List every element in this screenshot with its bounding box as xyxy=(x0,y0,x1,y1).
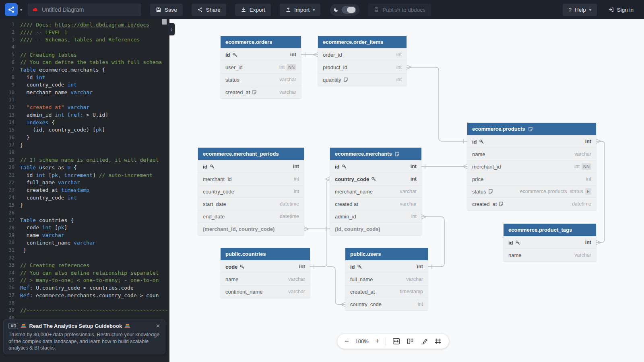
code-line[interactable]: 34// You can also define relaionship sep… xyxy=(0,269,169,277)
table-row-createdat[interactable]: created atvarchar xyxy=(330,197,421,210)
code-line[interactable]: 17} xyxy=(0,141,169,149)
table-card-public-users[interactable]: public.usersidintfull_namevarcharcreated… xyxy=(345,248,428,310)
relationship-products.id-product_tags.id[interactable] xyxy=(596,141,605,243)
code-line[interactable]: 12 "created at" varchar xyxy=(0,104,169,111)
code-line[interactable]: 24 country_code int xyxy=(0,194,169,202)
code-line[interactable]: 36Ref: U.country_code > countries.code xyxy=(0,284,169,292)
fit-to-screen-button[interactable] xyxy=(392,338,400,345)
collapse-editor-button[interactable]: ‹ xyxy=(168,23,175,35)
code-line[interactable]: 6// You can define the tables with full … xyxy=(0,58,169,66)
table-header[interactable]: ecommerce.merchants xyxy=(330,148,421,160)
table-header[interactable]: ecommerce.products xyxy=(467,123,596,135)
table-header[interactable]: ecommerce.product_tags xyxy=(504,224,596,236)
table-card-ecommerce-orders[interactable]: ecommerce.ordersidintuser_idintNNstatusv… xyxy=(221,36,301,98)
code-line[interactable]: 5// Creating tables xyxy=(0,51,169,59)
code-line[interactable]: 38 xyxy=(0,299,169,306)
code-line[interactable]: 9 country_code int xyxy=(0,81,169,89)
table-card-ecommerce-order_items[interactable]: ecommerce.order_itemsorder_idintproduct_… xyxy=(318,36,407,86)
code-line[interactable]: 30 continent_name varchar xyxy=(0,239,169,247)
table-row-name[interactable]: namevarchar xyxy=(221,273,310,285)
table-row-id[interactable]: idint xyxy=(345,260,428,273)
dbml-code-editor[interactable]: 1//// Docs: https://dbml.dbdiagram.io/do… xyxy=(0,19,169,362)
table-row-merchant_id[interactable]: merchant_idint xyxy=(198,173,304,185)
code-line[interactable]: 2//// -- LEVEL 1 xyxy=(0,29,169,36)
code-line[interactable]: 27Table countries { xyxy=(0,216,169,224)
table-row-name[interactable]: namevarchar xyxy=(504,249,596,261)
dark-mode-toggle[interactable] xyxy=(330,4,359,16)
table-row-price[interactable]: priceint xyxy=(467,173,596,185)
code-line[interactable]: 35// > many-to-one; < one-to-many; - one… xyxy=(0,276,169,284)
relationship-countries.code-merchants.country_code[interactable] xyxy=(310,179,330,267)
code-line[interactable]: 22 full_name varchar xyxy=(0,179,169,186)
code-line[interactable]: 39//------------------------------------… xyxy=(0,306,169,314)
table-row-order_id[interactable]: order_idint xyxy=(318,48,407,61)
code-line[interactable]: 8 id int xyxy=(0,74,169,81)
frame-button[interactable] xyxy=(434,338,442,345)
app-logo[interactable] xyxy=(5,3,18,16)
code-line[interactable]: 10 merchant_name varchar xyxy=(0,88,169,96)
code-line[interactable]: 26 xyxy=(0,209,169,216)
code-line[interactable]: 14 Indexes { xyxy=(0,119,169,126)
diagram-title-input[interactable]: Untitled Diagram xyxy=(28,4,141,16)
code-line[interactable]: 20Table users as U { xyxy=(0,164,169,171)
code-line[interactable]: 37Ref: ecommerce.merchants.country_code … xyxy=(0,292,169,299)
table-row-user_id[interactable]: user_idintNN xyxy=(221,61,301,73)
editor-scrollbar[interactable] xyxy=(162,19,167,362)
code-line[interactable]: 32 xyxy=(0,254,169,261)
zoom-out-button[interactable]: − xyxy=(345,337,349,346)
table-header[interactable]: public.countries xyxy=(221,248,310,260)
relationship-countries.code-users.country_code[interactable] xyxy=(327,267,345,304)
table-header[interactable]: ecommerce.order_items xyxy=(318,36,407,48)
table-row-end_date[interactable]: end_datedatetime xyxy=(198,210,304,222)
table-row-start_date[interactable]: start_datedatetime xyxy=(198,197,304,210)
code-line[interactable]: 28 code int [pk] xyxy=(0,224,169,232)
sign-in-button[interactable]: Sign in xyxy=(603,4,639,16)
zoom-in-button[interactable]: + xyxy=(375,337,380,346)
table-card-ecommerce-products[interactable]: ecommerce.productsidintnamevarcharmercha… xyxy=(467,123,596,210)
table-row-id[interactable]: idint xyxy=(504,236,596,249)
editor-scrollbar-thumb[interactable] xyxy=(162,19,167,25)
code-line[interactable]: 29 name varchar xyxy=(0,231,169,239)
code-line[interactable]: 21 id int [pk, increment] // auto-increm… xyxy=(0,171,169,179)
table-row-id[interactable]: idint xyxy=(330,160,421,173)
table-card-ecommerce-merchant_periods[interactable]: ecommerce.merchant_periodsidintmerchant_… xyxy=(198,148,304,235)
code-line[interactable]: 7Table ecommerce.merchants { xyxy=(0,66,169,74)
publish-dbdocs-button[interactable]: Publish to dbdocs xyxy=(368,4,431,16)
code-line[interactable]: 19// If schema name is omitted, it will … xyxy=(0,156,169,164)
table-header[interactable]: public.users xyxy=(345,248,428,260)
code-line[interactable]: 23 created_at timestamp xyxy=(0,186,169,194)
table-row-admin_id[interactable]: admin_idint xyxy=(330,210,421,222)
table-row-country_code[interactable]: country_codeint xyxy=(345,298,428,310)
code-line[interactable]: 13 admin_id int [ref: > U.id] xyxy=(0,111,169,119)
table-row-status[interactable]: statusvarchar xyxy=(221,73,301,86)
table-row-continent_name[interactable]: continent_namevarchar xyxy=(221,285,310,298)
table-row-merchant_idcountry_code[interactable]: (merchant_id, country_code) xyxy=(198,222,304,235)
table-row-name[interactable]: namevarchar xyxy=(467,148,596,160)
table-row-country_code[interactable]: country_codeint xyxy=(198,185,304,197)
code-line[interactable]: 15 (id, country_code) [pk] xyxy=(0,126,169,134)
code-line[interactable]: 18 xyxy=(0,149,169,156)
code-line[interactable]: 11 xyxy=(0,96,169,104)
table-row-created_at[interactable]: created_atdatetime xyxy=(467,197,596,210)
table-row-full_name[interactable]: full_namevarchar xyxy=(345,273,428,285)
table-row-status[interactable]: statusecommerce.products_statusE xyxy=(467,185,596,197)
table-row-idcountry_code[interactable]: (id, country_code) xyxy=(330,222,421,235)
diagram-canvas[interactable]: ecommerce.ordersidintuser_idintNNstatusv… xyxy=(169,19,644,362)
auto-arrange-button[interactable] xyxy=(407,338,414,345)
share-button[interactable]: Share xyxy=(192,4,226,16)
table-card-ecommerce-product_tags[interactable]: ecommerce.product_tagsidintnamevarchar xyxy=(504,224,596,261)
table-row-merchant_id[interactable]: merchant_idintNN xyxy=(467,160,596,173)
table-card-ecommerce-merchants[interactable]: ecommerce.merchantsidintcountry_codeintm… xyxy=(330,148,421,235)
code-line[interactable]: 1//// Docs: https://dbml.dbdiagram.io/do… xyxy=(0,21,169,29)
code-line[interactable]: 3//// -- Schemas, Tables and References xyxy=(0,36,169,43)
code-line[interactable]: 31 } xyxy=(0,247,169,254)
code-line[interactable]: 25} xyxy=(0,202,169,209)
table-row-quantity[interactable]: quantityint xyxy=(318,73,407,86)
highlighter-button[interactable] xyxy=(420,338,428,345)
code-line[interactable]: 16 } xyxy=(0,134,169,141)
table-row-product_id[interactable]: product_idint xyxy=(318,61,407,73)
table-row-id[interactable]: idint xyxy=(467,135,596,148)
logo-caret-icon[interactable]: ▾ xyxy=(20,8,22,12)
ad-title[interactable]: Read The Analytics Setup Guidebook xyxy=(29,323,122,329)
table-header[interactable]: ecommerce.merchant_periods xyxy=(198,148,304,160)
